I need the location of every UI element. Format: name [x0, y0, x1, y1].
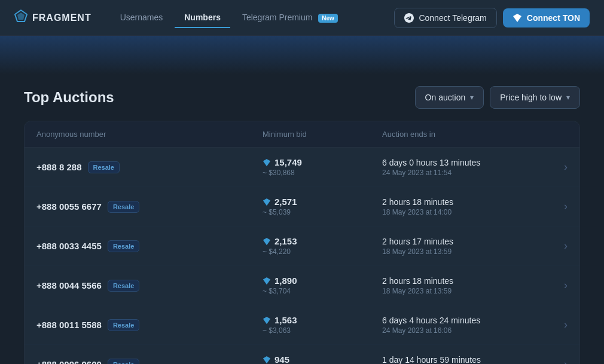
number-text: +888 0011 5588 [36, 320, 102, 330]
ton-bid-icon [263, 316, 271, 325]
cell-arrow: › [538, 161, 568, 173]
bid-amount: 945 [263, 354, 382, 364]
bid-ton-value: 945 [274, 354, 289, 364]
bid-usd-value: ~ $30,868 [263, 169, 382, 177]
bid-ton-value: 1,890 [274, 276, 297, 286]
auction-time: 6 days 4 hours 24 minutes [382, 316, 538, 325]
cell-auction: 2 hours 17 minutes 18 May 2023 at 13:59 [382, 237, 538, 256]
chevron-right-icon: › [564, 279, 568, 292]
auction-date: 24 May 2023 at 16:06 [382, 326, 538, 335]
premium-badge: New [318, 14, 338, 23]
top-banner [0, 36, 604, 74]
main-content: Top Auctions On auction ▾ Price high to … [0, 74, 604, 364]
chevron-right-icon: › [564, 358, 568, 364]
svg-marker-7 [263, 316, 270, 323]
auction-date: 18 May 2023 at 14:00 [382, 208, 538, 216]
auctions-table: Anonymous number Minimum bid Auction end… [24, 121, 580, 364]
bid-ton-value: 2,571 [274, 197, 297, 207]
cell-arrow: › [538, 240, 568, 252]
number-text: +888 0033 4455 [36, 241, 102, 251]
auction-date: 24 May 2023 at 11:54 [382, 169, 538, 177]
col-header-action [538, 130, 568, 139]
cell-number: +888 0011 5588 Resale [36, 319, 263, 331]
filter-auction-button[interactable]: On auction ▾ [415, 86, 484, 109]
resale-badge: Resale [108, 319, 139, 331]
auction-time: 6 days 0 hours 13 minutes [382, 158, 538, 167]
cell-bid: 1,563 ~ $3,063 [263, 315, 382, 335]
bid-usd-value: ~ $3,063 [263, 326, 382, 335]
bid-amount: 1,563 [263, 315, 382, 325]
cell-auction: 1 day 14 hours 59 minutes 20 May 2023 at… [382, 355, 538, 365]
svg-marker-3 [263, 158, 270, 166]
cell-bid: 1,890 ~ $3,704 [263, 276, 382, 295]
header-actions: Connect Telegram Connect TON [394, 8, 590, 28]
bid-usd-value: ~ $4,220 [263, 247, 382, 256]
connect-telegram-button[interactable]: Connect Telegram [394, 8, 496, 28]
chevron-down-icon: ▾ [470, 93, 474, 102]
main-nav: Usernames Numbers Telegram Premium New [111, 8, 395, 28]
table-row[interactable]: +888 0096 9600 Resale 945 ~ $1,852 1 day… [25, 345, 579, 364]
cell-bid: 945 ~ $1,852 [263, 354, 382, 364]
cell-bid: 15,749 ~ $30,868 [263, 157, 382, 177]
chevron-right-icon: › [564, 161, 568, 173]
header: FRAGMENT Usernames Numbers Telegram Prem… [0, 0, 604, 36]
cell-number: +888 0033 4455 Resale [36, 240, 263, 252]
auction-date: 18 May 2023 at 13:59 [382, 287, 538, 295]
cell-arrow: › [538, 279, 568, 292]
table-row[interactable]: +888 0044 5566 Resale 1,890 ~ $3,704 2 h… [25, 266, 579, 305]
resale-badge: Resale [108, 359, 139, 365]
nav-item-numbers[interactable]: Numbers [175, 8, 230, 28]
auction-date: 18 May 2023 at 13:59 [382, 247, 538, 256]
resale-badge: Resale [108, 240, 139, 252]
bid-amount: 2,153 [263, 236, 382, 246]
chevron-right-icon: › [564, 240, 568, 252]
col-header-auction: Auction ends in [382, 130, 538, 139]
cell-auction: 6 days 0 hours 13 minutes 24 May 2023 at… [382, 158, 538, 177]
fragment-logo-icon [14, 10, 28, 26]
table-row[interactable]: +888 8 288 Resale 15,749 ~ $30,868 6 day… [25, 148, 579, 187]
ton-icon [513, 13, 522, 23]
logo: FRAGMENT [14, 10, 91, 26]
resale-badge: Resale [108, 280, 139, 292]
chevron-right-icon: › [564, 200, 568, 213]
auction-time: 2 hours 17 minutes [382, 237, 538, 246]
auctions-title: Top Auctions [24, 89, 114, 106]
cell-auction: 2 hours 18 minutes 18 May 2023 at 13:59 [382, 276, 538, 295]
table-row[interactable]: +888 0011 5588 Resale 1,563 ~ $3,063 6 d… [25, 305, 579, 345]
chevron-right-icon: › [564, 319, 568, 331]
resale-badge: Resale [108, 201, 139, 213]
cell-auction: 2 hours 18 minutes 18 May 2023 at 14:00 [382, 197, 538, 216]
table-body: +888 8 288 Resale 15,749 ~ $30,868 6 day… [25, 148, 579, 364]
nav-item-usernames[interactable]: Usernames [111, 8, 173, 28]
svg-marker-5 [263, 237, 270, 244]
filter-price-button[interactable]: Price high to low ▾ [490, 86, 580, 109]
table-header: Anonymous number Minimum bid Auction end… [25, 121, 579, 148]
ton-bid-icon [263, 198, 271, 206]
svg-marker-2 [513, 14, 521, 22]
svg-marker-4 [263, 198, 270, 205]
cell-auction: 6 days 4 hours 24 minutes 24 May 2023 at… [382, 316, 538, 335]
logo-text: FRAGMENT [32, 13, 91, 23]
cell-number: +888 0055 6677 Resale [36, 201, 263, 213]
cell-bid: 2,153 ~ $4,220 [263, 236, 382, 256]
ton-bid-icon [263, 356, 271, 364]
bid-ton-value: 2,153 [274, 236, 297, 246]
chevron-down-icon-2: ▾ [566, 93, 570, 102]
bid-amount: 1,890 [263, 276, 382, 286]
cell-arrow: › [538, 358, 568, 364]
cell-arrow: › [538, 200, 568, 213]
cell-arrow: › [538, 319, 568, 331]
auction-time: 2 hours 18 minutes [382, 197, 538, 207]
col-header-number: Anonymous number [36, 130, 263, 139]
number-text: +888 0055 6677 [36, 201, 102, 212]
auction-time: 1 day 14 hours 59 minutes [382, 355, 538, 365]
cell-number: +888 8 288 Resale [36, 161, 263, 173]
nav-item-telegram-premium[interactable]: Telegram Premium New [233, 8, 347, 28]
bid-ton-value: 15,749 [274, 157, 302, 167]
ton-bid-icon [263, 237, 271, 246]
auction-time: 2 hours 18 minutes [382, 276, 538, 286]
connect-ton-button[interactable]: Connect TON [503, 8, 590, 27]
table-row[interactable]: +888 0033 4455 Resale 2,153 ~ $4,220 2 h… [25, 227, 579, 266]
svg-marker-8 [263, 356, 270, 363]
table-row[interactable]: +888 0055 6677 Resale 2,571 ~ $5,039 2 h… [25, 187, 579, 227]
